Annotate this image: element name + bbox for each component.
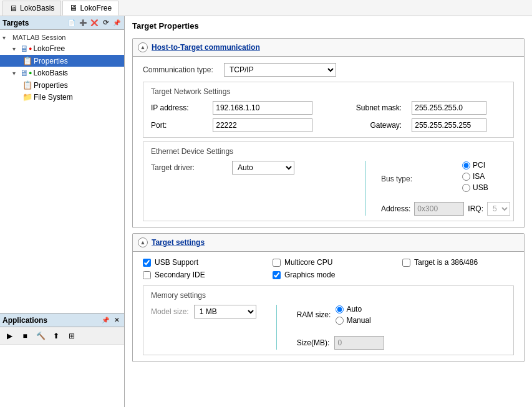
- comm-type-row: Communication type: TCP/IP Serial Custom: [143, 63, 514, 77]
- eth-right: Bus type: PCI ISA: [381, 161, 506, 216]
- port-input[interactable]: [213, 118, 312, 132]
- ram-auto-label[interactable]: Auto: [336, 305, 370, 314]
- mem-left: Model size: 1 MB2 MB4 MB8 MB: [151, 305, 256, 318]
- ram-size-row: RAM size: Auto Manual: [297, 305, 385, 325]
- bus-usb-label[interactable]: USB: [462, 183, 488, 192]
- address-input[interactable]: [414, 202, 464, 216]
- target-settings-body: USB Support Multicore CPU Target is a 38…: [133, 252, 524, 362]
- ram-manual-label[interactable]: Manual: [336, 316, 370, 325]
- apps-title: Applications: [2, 316, 47, 325]
- apps-toolbar: ▶ ■ 🔨 ⬆ ⊞: [0, 327, 124, 345]
- play-btn[interactable]: ▶: [2, 329, 16, 343]
- gateway-input[interactable]: [412, 118, 486, 132]
- tree-item-lokofree[interactable]: ▾ 🖥 ● LokoFree: [0, 42, 124, 55]
- bus-isa-radio[interactable]: [462, 173, 470, 181]
- properties-lb-icon: 📋: [22, 80, 32, 90]
- target-386-text: Target is a 386/486: [414, 258, 478, 267]
- usb-support-label[interactable]: USB Support: [143, 258, 268, 267]
- model-size-label: Model size:: [151, 307, 189, 316]
- comm-type-select[interactable]: TCP/IP Serial Custom: [224, 63, 336, 77]
- size-mb-input[interactable]: [334, 336, 384, 350]
- grid-btn[interactable]: ⊞: [65, 329, 79, 343]
- target-settings-toggle[interactable]: ▲: [138, 237, 148, 247]
- model-size-row: Model size: 1 MB2 MB4 MB8 MB: [151, 305, 256, 318]
- secondary-ide-text: Secondary IDE: [155, 271, 205, 279]
- target-settings-section: ▲ Target settings USB Support Multicore …: [132, 233, 525, 362]
- target-settings-checkboxes: USB Support Multicore CPU Target is a 38…: [143, 258, 514, 279]
- irq-label: IRQ:: [468, 204, 483, 213]
- bus-pci-label[interactable]: PCI: [462, 161, 488, 170]
- tree-item-properties-lokofree[interactable]: 📋 Properties: [0, 55, 124, 67]
- ethernet-layout: Target driver: Auto Manual: [151, 161, 506, 216]
- secondary-ide-label[interactable]: Secondary IDE: [143, 271, 268, 279]
- eth-divider: [365, 161, 366, 216]
- usb-support-text: USB Support: [155, 258, 198, 267]
- multicore-cpu-label[interactable]: Multicore CPU: [273, 258, 397, 267]
- target-props-title: Target Properties: [125, 16, 532, 33]
- secondary-ide-checkbox[interactable]: [143, 271, 151, 279]
- main-layout: Targets 📄 ➕ ❌ ⟳ 📌 ▾ MATLAB Session: [0, 16, 532, 407]
- ip-input[interactable]: [213, 101, 312, 115]
- tree-item-properties-lokobasis[interactable]: 📋 Properties: [0, 79, 124, 91]
- driver-select[interactable]: Auto Manual: [232, 161, 294, 175]
- network-settings-subsection: Target Network Settings IP address: Subn…: [143, 82, 514, 138]
- multicore-cpu-checkbox[interactable]: [273, 259, 281, 267]
- host-to-target-body: Communication type: TCP/IP Serial Custom…: [133, 57, 524, 227]
- targets-toolbar-btn-2[interactable]: ➕: [78, 18, 88, 28]
- build-btn[interactable]: 🔨: [34, 329, 47, 343]
- apps-close-btn[interactable]: ✕: [112, 315, 122, 325]
- left-panel: Targets 📄 ➕ ❌ ⟳ 📌 ▾ MATLAB Session: [0, 16, 125, 407]
- driver-row: Target driver: Auto Manual: [151, 161, 351, 175]
- stop-btn[interactable]: ■: [18, 329, 32, 343]
- targets-toolbar-btn-5[interactable]: 📌: [112, 18, 122, 28]
- bus-usb-radio[interactable]: [462, 184, 470, 192]
- lokobasis-tab-label: LokoBasis: [20, 4, 54, 12]
- host-to-target-toggle[interactable]: ▲: [138, 42, 148, 52]
- address-row: Address: IRQ: 5347: [381, 202, 506, 216]
- ram-radio-group: Auto Manual: [336, 305, 370, 325]
- lokobasis-target-icon: 🖥: [20, 68, 29, 78]
- model-size-select[interactable]: 1 MB2 MB4 MB8 MB: [194, 305, 256, 318]
- tab-lokofree[interactable]: 🖥 LokoFree: [62, 1, 118, 16]
- upload-btn[interactable]: ⬆: [49, 329, 63, 343]
- memory-settings-title: Memory settings: [151, 291, 506, 300]
- targets-toolbar-btn-3[interactable]: ❌: [89, 18, 99, 28]
- properties-lf-icon: 📋: [22, 56, 32, 65]
- apps-content: [0, 345, 124, 407]
- gateway-label: Gateway:: [337, 121, 407, 130]
- tab-lokobasis[interactable]: 🖥 LokoBasis: [2, 1, 61, 16]
- ram-size-label: RAM size:: [297, 310, 331, 319]
- apps-panel: Applications 📌 ✕ ▶ ■ 🔨 ⬆ ⊞: [0, 313, 124, 407]
- target-settings-title: Target settings: [152, 238, 205, 247]
- eth-left: Target driver: Auto Manual: [151, 161, 351, 180]
- lokofree-target-icon: 🖥: [20, 44, 29, 54]
- target-386-label[interactable]: Target is a 386/486: [402, 258, 527, 267]
- ram-manual-radio[interactable]: [336, 317, 344, 325]
- apps-pin-btn[interactable]: 📌: [100, 315, 110, 325]
- graphics-mode-checkbox[interactable]: [273, 271, 281, 279]
- targets-toolbar-btn-1[interactable]: 📄: [67, 18, 77, 28]
- tree-item-lokobasis[interactable]: ▾ 🖥 ● LokoBasis: [0, 67, 124, 79]
- lokofree-arrow: ▾: [12, 45, 20, 52]
- graphics-mode-label[interactable]: Graphics mode: [273, 271, 397, 279]
- usb-support-checkbox[interactable]: [143, 259, 151, 267]
- tab-bar: 🖥 LokoBasis 🖥 LokoFree: [0, 0, 532, 16]
- target-386-checkbox[interactable]: [402, 259, 410, 267]
- bus-isa-label[interactable]: ISA: [462, 172, 488, 181]
- targets-toolbar-btn-4[interactable]: ⟳: [100, 18, 110, 28]
- bus-pci-radio[interactable]: [462, 161, 470, 170]
- subnet-input[interactable]: [412, 101, 486, 115]
- tree-item-filesystem[interactable]: 📁 File System: [0, 91, 124, 103]
- lokobasis-arrow: ▾: [12, 70, 20, 77]
- address-label: Address:: [381, 204, 410, 213]
- ram-auto-radio[interactable]: [336, 305, 344, 314]
- filesystem-icon: 📁: [22, 92, 32, 102]
- bus-type-row: Bus type: PCI ISA: [381, 161, 506, 197]
- app-container: 🖥 LokoBasis 🖥 LokoFree Targets 📄 ➕ ❌ ⟳ 📌: [0, 0, 532, 407]
- host-to-target-header: ▲ Host-to-Target communication: [133, 39, 524, 57]
- apps-toolbar-right: 📌 ✕: [100, 315, 122, 325]
- irq-select[interactable]: 5347: [487, 202, 510, 216]
- ip-label: IP address:: [151, 103, 208, 112]
- memory-layout: Model size: 1 MB2 MB4 MB8 MB RAM size:: [151, 305, 506, 350]
- comm-type-label: Communication type:: [143, 65, 224, 74]
